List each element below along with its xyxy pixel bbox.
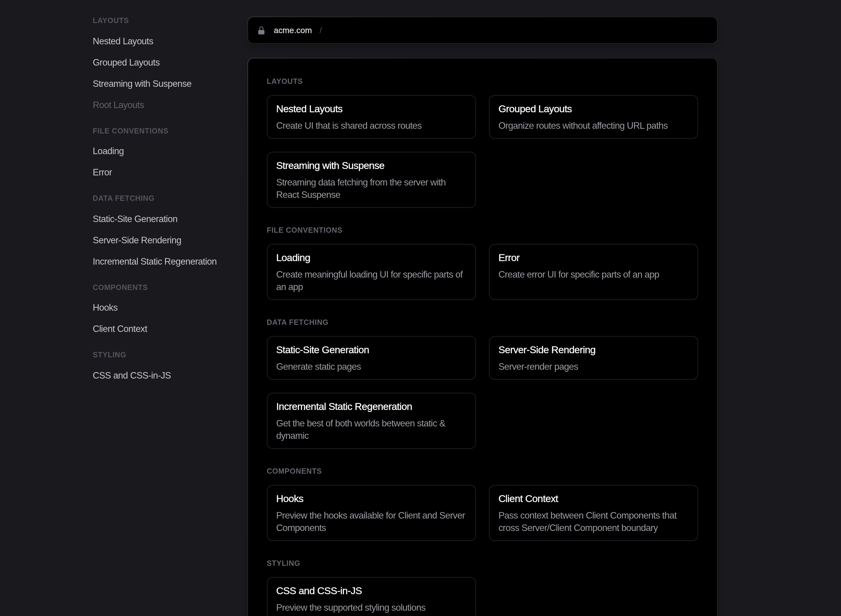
content-section-heading: FILE CONVENTIONS xyxy=(267,226,698,235)
content-section-heading: DATA FETCHING xyxy=(267,318,698,327)
sidebar-section-label: FILE CONVENTIONS xyxy=(86,127,245,136)
sidebar-section-label: LAYOUTS xyxy=(86,16,245,25)
sidebar-section-label: STYLING xyxy=(86,351,245,360)
sidebar-item-root-layouts: Root Layouts xyxy=(86,94,245,116)
card-grid: CSS and CSS-in-JS Preview the supported … xyxy=(267,577,698,616)
card-grid: Hooks Preview the hooks available for Cl… xyxy=(267,485,698,541)
card-description: Preview the supported styling solutions xyxy=(276,601,467,613)
card-description: Organize routes without affecting URL pa… xyxy=(498,119,689,131)
sidebar-item-static-site-generation[interactable]: Static-Site Generation xyxy=(86,208,245,229)
card-nested-layouts[interactable]: Nested Layouts Create UI that is shared … xyxy=(267,95,476,138)
card-description: Streaming data fetching from the server … xyxy=(276,176,467,201)
card-client-context[interactable]: Client Context Pass context between Clie… xyxy=(489,485,698,541)
card-title: CSS and CSS-in-JS xyxy=(276,584,467,598)
sidebar-section-layouts: LAYOUTS Nested Layouts Grouped Layouts S… xyxy=(86,16,245,116)
url-host: acme.com xyxy=(274,25,312,35)
page-stage: LAYOUTS Nested Layouts Grouped Layouts S… xyxy=(0,0,841,616)
sidebar-section-label: COMPONENTS xyxy=(86,283,245,292)
sidebar-section-data-fetching: DATA FETCHING Static-Site Generation Ser… xyxy=(86,194,245,272)
sidebar-item-nested-layouts[interactable]: Nested Layouts xyxy=(86,31,245,52)
lock-icon xyxy=(256,26,265,35)
content-section-data-fetching: DATA FETCHING Static-Site Generation Gen… xyxy=(267,318,698,449)
card-grid: Static-Site Generation Generate static p… xyxy=(267,336,698,449)
card-hooks[interactable]: Hooks Preview the hooks available for Cl… xyxy=(267,485,476,541)
card-grid: Nested Layouts Create UI that is shared … xyxy=(267,95,698,208)
sidebar-item-loading[interactable]: Loading xyxy=(86,141,245,162)
card-loading[interactable]: Loading Create meaningful loading UI for… xyxy=(267,243,476,300)
content-window-frame: LAYOUTS Nested Layouts Create UI that is… xyxy=(247,57,718,616)
card-title: Incremental Static Regeneration xyxy=(276,400,467,414)
sidebar: LAYOUTS Nested Layouts Grouped Layouts S… xyxy=(86,16,245,397)
card-server-side-rendering[interactable]: Server-Side Rendering Server-render page… xyxy=(489,336,698,380)
sidebar-item-error[interactable]: Error xyxy=(86,162,245,183)
content-section-layouts: LAYOUTS Nested Layouts Create UI that is… xyxy=(267,77,698,208)
main-content: acme.com / LAYOUTS Nested Layouts Create… xyxy=(247,16,718,616)
url-path: / xyxy=(319,25,322,35)
card-title: Hooks xyxy=(276,492,467,506)
card-title: Grouped Layouts xyxy=(498,102,689,116)
card-title: Client Context xyxy=(498,492,689,506)
card-description: Pass context between Client Components t… xyxy=(498,509,689,534)
content-section-heading: COMPONENTS xyxy=(267,467,698,476)
sidebar-item-hooks[interactable]: Hooks xyxy=(86,297,245,318)
browser-address-bar: acme.com / xyxy=(248,17,717,43)
card-error[interactable]: Error Create error UI for specific parts… xyxy=(489,243,698,300)
sidebar-section-label: DATA FETCHING xyxy=(86,194,245,203)
card-title: Static-Site Generation xyxy=(276,343,467,357)
sidebar-item-grouped-layouts[interactable]: Grouped Layouts xyxy=(86,52,245,73)
sidebar-item-css-and-css-in-js[interactable]: CSS and CSS-in-JS xyxy=(86,365,245,386)
card-title: Streaming with Suspense xyxy=(276,158,467,173)
card-static-site-generation[interactable]: Static-Site Generation Generate static p… xyxy=(267,336,476,380)
card-description: Create UI that is shared across routes xyxy=(276,119,467,131)
card-title: Loading xyxy=(276,251,467,265)
card-incremental-static-regeneration[interactable]: Incremental Static Regeneration Get the … xyxy=(267,392,476,449)
card-description: Generate static pages xyxy=(276,360,467,373)
card-description: Create meaningful loading UI for specifi… xyxy=(276,268,467,293)
content-section-heading: LAYOUTS xyxy=(267,77,698,86)
card-css-and-css-in-js[interactable]: CSS and CSS-in-JS Preview the supported … xyxy=(267,577,476,616)
sidebar-section-components: COMPONENTS Hooks Client Context xyxy=(86,283,245,340)
card-description: Create error UI for specific parts of an… xyxy=(498,268,689,280)
card-title: Nested Layouts xyxy=(276,102,467,116)
content-section-file-conventions: FILE CONVENTIONS Loading Create meaningf… xyxy=(267,226,698,300)
card-description: Server-render pages xyxy=(498,360,689,373)
sidebar-section-file-conventions: FILE CONVENTIONS Loading Error xyxy=(86,127,245,183)
content-section-styling: STYLING CSS and CSS-in-JS Preview the su… xyxy=(267,559,698,616)
sidebar-item-streaming-with-suspense[interactable]: Streaming with Suspense xyxy=(86,73,245,94)
sidebar-section-styling: STYLING CSS and CSS-in-JS xyxy=(86,351,245,386)
card-description: Get the best of both worlds between stat… xyxy=(276,417,467,441)
content-section-components: COMPONENTS Hooks Preview the hooks avail… xyxy=(267,467,698,541)
content-section-heading: STYLING xyxy=(267,559,698,568)
card-grid: Loading Create meaningful loading UI for… xyxy=(267,243,698,300)
content-window: LAYOUTS Nested Layouts Create UI that is… xyxy=(248,58,717,616)
card-streaming-with-suspense[interactable]: Streaming with Suspense Streaming data f… xyxy=(267,151,476,208)
card-title: Server-Side Rendering xyxy=(498,343,689,357)
browser-address-bar-frame: acme.com / xyxy=(247,16,718,43)
sidebar-item-incremental-static-regeneration[interactable]: Incremental Static Regeneration xyxy=(86,251,245,272)
card-title: Error xyxy=(498,251,689,265)
sidebar-item-client-context[interactable]: Client Context xyxy=(86,318,245,340)
card-description: Preview the hooks available for Client a… xyxy=(276,509,467,534)
card-grouped-layouts[interactable]: Grouped Layouts Organize routes without … xyxy=(489,95,698,138)
sidebar-item-server-side-rendering[interactable]: Server-Side Rendering xyxy=(86,229,245,251)
